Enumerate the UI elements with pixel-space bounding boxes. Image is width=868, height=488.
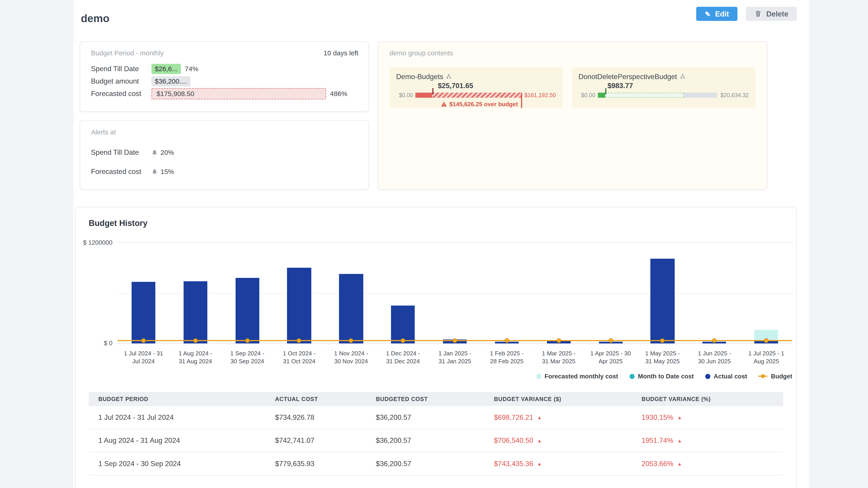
alerts-card: Alerts at Spend Till Date 20% Forecasted… <box>80 121 369 190</box>
spend-till-date-pct: 74% <box>185 65 198 73</box>
bar-min-label: $0.00 <box>579 92 595 98</box>
budget-point <box>401 338 405 343</box>
legend-item[interactable]: Month to Date cost <box>629 373 694 380</box>
x-axis-label: 1 Nov 2024 - 30 Nov 2024 <box>325 350 377 365</box>
bar-max-label: $20,634.32 <box>720 92 749 98</box>
days-left-label: 10 days left <box>324 49 358 57</box>
delete-button-label: Delete <box>766 10 788 18</box>
budget-point <box>297 338 302 343</box>
budget-table-body: 1 Jul 2024 - 31 Jul 2024$734,926.78$36,2… <box>89 406 783 475</box>
actual-bar <box>391 305 415 344</box>
table-row: 1 Sep 2024 - 30 Sep 2024$779,635.93$36,2… <box>89 452 783 476</box>
legend-item[interactable]: Actual cost <box>705 373 747 380</box>
legend-label: Forecasted monthly cost <box>545 373 618 380</box>
spend-marker <box>432 88 433 94</box>
chart-category <box>688 243 741 344</box>
legend-label: Budget <box>771 373 792 380</box>
cell-actual-cost: $779,635.93 <box>266 452 366 476</box>
budget-point <box>504 338 509 343</box>
cell-variance-usd: $706,540.50▲ <box>485 429 632 452</box>
x-axis-label: 1 May 2025 - 31 May 2025 <box>637 350 688 365</box>
group-icon <box>446 74 452 80</box>
bell-icon <box>151 149 158 156</box>
delete-button[interactable]: Delete <box>746 7 797 21</box>
cell-budgeted-cost: $36,200.57 <box>366 429 484 452</box>
edit-button[interactable]: ✎ Edit <box>696 7 738 21</box>
chart-plot-column: 1 Jul 2024 - 31 Jul 20241 Aug 2024 - 31 … <box>118 242 792 365</box>
x-axis-label: 1 Jul 2025 - 1 Aug 2025 <box>740 350 792 365</box>
spent-segment <box>415 93 432 98</box>
group-contents-title: demo group contents <box>390 49 756 57</box>
up-triangle-icon: ▲ <box>537 462 542 467</box>
budget-point <box>453 338 457 343</box>
up-triangle-icon: ▲ <box>677 415 682 420</box>
cell-variance-pct: 1951.74%▲ <box>632 429 783 452</box>
spend-till-date-value: $26,6... <box>151 64 181 74</box>
budget-item[interactable]: Demo-Budgets $25,701.65 $0.00 <box>390 67 563 108</box>
spend-till-date-label: Spend Till Date <box>91 65 152 73</box>
page-title: demo <box>81 12 110 25</box>
chart-category <box>637 243 688 344</box>
budget-progress-bar <box>415 93 521 98</box>
cell-budgeted-cost: $36,200.57 <box>366 406 484 429</box>
header-actions: ✎ Edit Delete <box>696 7 797 21</box>
x-axis-label: 1 Oct 2024 - 31 Oct 2024 <box>273 350 325 365</box>
y-axis-max-label: $ 1200000 <box>83 239 113 246</box>
cell-budget-period: 1 Jul 2024 - 31 Jul 2024 <box>89 406 266 429</box>
table-header: ACTUAL COST <box>266 392 366 406</box>
alert-spend-value: 20% <box>160 149 174 157</box>
group-icon <box>680 74 686 80</box>
budget-point <box>764 338 769 343</box>
cell-variance-pct: 2053.66%▲ <box>632 452 783 476</box>
alert-spend-label: Spend Till Date <box>91 149 152 157</box>
cell-variance-usd: $698,726.21▲ <box>485 406 632 429</box>
alert-forecast-label: Forecasted cost <box>91 168 152 176</box>
alert-row-spend: Spend Till Date 20% <box>91 147 358 159</box>
over-budget-warning: $145,626.25 over budget <box>415 101 521 107</box>
budget-table-head: BUDGET PERIODACTUAL COSTBUDGETED COSTBUD… <box>89 392 783 406</box>
budget-amount-row: Budget amount $36,200.... <box>91 75 359 88</box>
actual-bar <box>287 268 311 344</box>
up-triangle-icon: ▲ <box>537 438 542 444</box>
y-axis-zero-label: $ 0 <box>104 339 112 346</box>
cell-budget-period: 1 Aug 2024 - 31 Aug 2024 <box>89 429 266 452</box>
budget-amount-value: $36,200.... <box>151 76 190 87</box>
x-axis-label: 1 Jun 2025 - 30 Jun 2025 <box>688 350 741 365</box>
spend-till-date-row: Spend Till Date $26,6... 74% <box>91 63 359 75</box>
chart-category <box>325 243 377 344</box>
chart-y-axis: $ 1200000 $ 0 <box>76 242 118 343</box>
pencil-icon: ✎ <box>705 10 710 17</box>
alert-row-forecast: Forecasted cost 15% <box>91 166 358 178</box>
bar-max-label: $161,192.50 <box>524 92 556 98</box>
table-header: BUDGETED COST <box>366 392 484 406</box>
summary-cards-row: Budget Period - monthly 10 days left Spe… <box>80 41 809 190</box>
forecasted-cost-value: $175,908.50 <box>151 88 326 99</box>
budget-amount-label: Budget amount <box>91 77 152 86</box>
table-header: BUDGET VARIANCE (%) <box>632 392 783 406</box>
budget-history-title: Budget History <box>89 219 796 228</box>
chart-category <box>169 243 221 344</box>
cell-budgeted-cost: $36,200.57 <box>366 452 484 476</box>
budget-period-title: Budget Period - monthly <box>91 49 164 57</box>
budget-item[interactable]: DonotDeletePerspectiveBudget $983.77 $0.… <box>572 67 756 108</box>
legend-item[interactable]: Budget <box>758 373 792 380</box>
budget-point <box>349 338 353 343</box>
bell-icon <box>151 168 158 175</box>
budget-point <box>608 338 613 343</box>
chart-category <box>429 243 481 344</box>
cell-variance-pct: 1930.15%▲ <box>632 406 783 429</box>
x-axis-label: 1 Mar 2025 - 31 Mar 2025 <box>533 350 585 365</box>
budget-point <box>712 338 717 343</box>
forecast-segment <box>605 93 684 98</box>
x-axis-label: 1 Jan 2025 - 31 Jan 2025 <box>429 350 481 365</box>
forecast-overflow-segment <box>432 93 521 98</box>
chart-category <box>585 243 637 344</box>
over-budget-text: $145,626.25 over budget <box>450 101 518 107</box>
table-row: 1 Aug 2024 - 31 Aug 2024$742,741.07$36,2… <box>89 429 783 452</box>
legend-label: Month to Date cost <box>638 373 694 380</box>
app-root: demo ✎ Edit Delete Budget Period - <box>0 0 868 488</box>
chart-category <box>377 243 429 344</box>
cell-budget-period: 1 Sep 2024 - 30 Sep 2024 <box>89 452 266 476</box>
legend-item[interactable]: Forecasted monthly cost <box>536 373 618 380</box>
table-header: BUDGET PERIOD <box>89 392 266 406</box>
